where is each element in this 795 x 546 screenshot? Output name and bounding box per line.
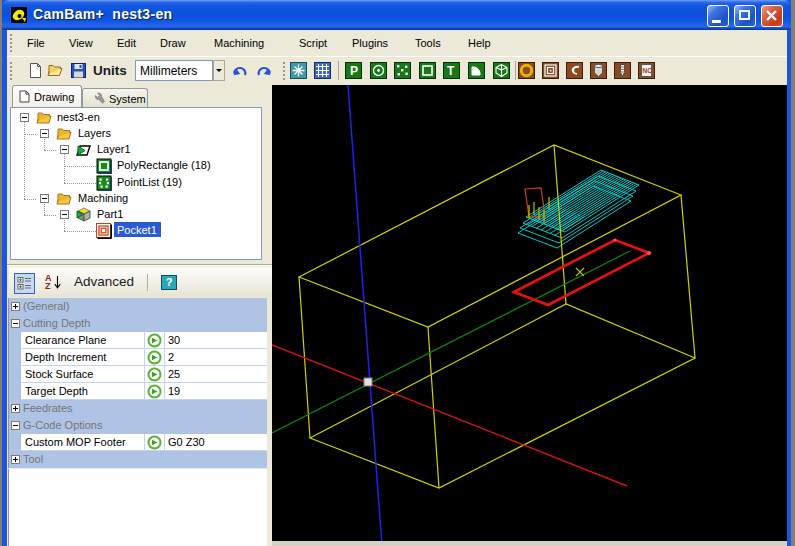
svg-text:P: P [350, 64, 358, 78]
svg-text:T: T [447, 64, 455, 78]
svg-text:NC: NC [643, 67, 653, 74]
